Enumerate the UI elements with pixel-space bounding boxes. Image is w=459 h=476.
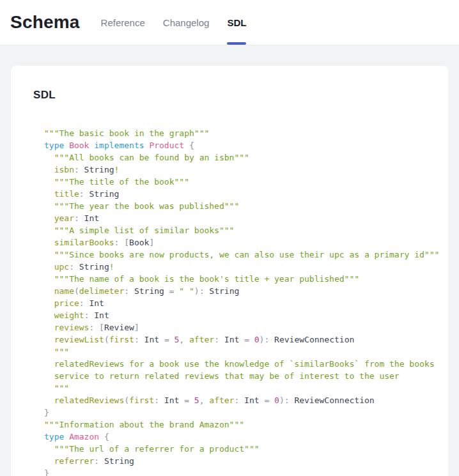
code-token: Int	[239, 395, 264, 405]
code-token	[169, 335, 175, 344]
code-token	[44, 298, 54, 308]
code-token: """	[54, 347, 69, 357]
code-token: :	[124, 286, 129, 296]
code-token: """The title of the book"""	[54, 177, 189, 187]
code-token: type	[44, 141, 64, 150]
code-token	[99, 432, 104, 441]
code-token: =	[184, 395, 189, 405]
code-token: =	[169, 286, 175, 296]
code-token: :	[134, 335, 139, 344]
code-token: """Information about the brand Amazon"""	[44, 420, 244, 429]
code-token: Int	[219, 335, 244, 344]
code-line: name(delimeter: String = " "): String	[44, 285, 426, 297]
code-token	[189, 395, 194, 405]
code-token	[44, 359, 54, 369]
code-token: ,	[179, 335, 184, 344]
code-token: """Since books are now products, we can …	[54, 250, 440, 259]
page-title: Schema	[10, 12, 80, 33]
code-token: """All books can be found by an isbn"""	[54, 153, 249, 162]
code-token: (	[74, 286, 79, 296]
code-token: weight	[54, 311, 84, 320]
code-line: """	[44, 382, 426, 394]
code-line: """The basic book in the graph"""	[44, 127, 426, 139]
code-token: ReviewConnection	[290, 395, 375, 405]
code-token: :	[94, 456, 99, 466]
code-token: ):	[279, 395, 290, 405]
code-line: """All books can be found by an isbn"""	[44, 151, 426, 164]
code-line: upc: String!	[44, 261, 426, 273]
code-token	[184, 141, 189, 150]
tab-reference-label: Reference	[101, 17, 145, 28]
code-token: " "	[179, 286, 194, 296]
code-token	[44, 286, 54, 296]
code-token: Int	[89, 311, 109, 320]
code-token: after	[209, 395, 234, 405]
code-token: String	[84, 189, 120, 199]
code-token: """A simple list of similar books"""	[54, 226, 235, 235]
code-token: Book	[69, 141, 89, 150]
code-token	[44, 311, 54, 320]
code-token	[44, 444, 54, 454]
code-token	[44, 383, 54, 393]
code-token: String	[74, 262, 109, 272]
code-token	[44, 250, 54, 259]
code-token: upc	[54, 262, 69, 272]
code-line: """	[44, 346, 426, 358]
code-token	[44, 213, 54, 223]
code-token: Book	[129, 238, 149, 247]
code-token: """The url of a referrer for a product""…	[54, 444, 260, 454]
code-token: year	[54, 213, 74, 223]
code-token: reviews	[54, 323, 89, 332]
page-header: Schema Reference Changelog SDL	[0, 0, 459, 45]
code-token	[64, 432, 69, 441]
code-token: after	[189, 335, 214, 344]
code-token: Int	[84, 298, 104, 308]
sdl-code-block: """The basic book in the graph"""type Bo…	[33, 127, 426, 476]
code-line: type Book implements Product {	[44, 139, 426, 151]
code-token	[44, 335, 54, 344]
code-token: relatedReviews for a book use the knowle…	[54, 359, 435, 369]
tab-changelog[interactable]: Changelog	[162, 0, 211, 45]
code-token: ]	[134, 323, 139, 332]
code-token: reviewList	[54, 335, 104, 344]
tab-reference[interactable]: Reference	[100, 0, 146, 45]
code-token: type	[44, 432, 64, 441]
code-token	[64, 141, 69, 150]
code-token: name	[54, 286, 74, 296]
code-line: service to return related reviews that m…	[44, 370, 426, 382]
tab-sdl-label: SDL	[227, 17, 246, 28]
code-token: :	[69, 262, 74, 272]
tab-sdl[interactable]: SDL	[226, 0, 247, 45]
code-line: """The title of the book"""	[44, 176, 426, 188]
code-token: Product	[149, 141, 184, 150]
code-token: :	[79, 298, 84, 308]
code-token: :	[74, 213, 79, 223]
code-token: Int	[159, 395, 184, 405]
code-token: =	[244, 335, 249, 344]
code-token	[249, 335, 254, 344]
code-line: reviewList(first: Int = 5, after: Int = …	[44, 334, 426, 346]
code-token	[44, 238, 54, 247]
code-line: similarBooks: [Book]	[44, 236, 426, 249]
code-token: relatedReviews	[54, 395, 125, 405]
code-token: :	[79, 189, 84, 199]
code-token: {	[189, 141, 194, 150]
code-line: relatedReviews(first: Int = 5, after: In…	[44, 394, 426, 406]
code-token: Review	[104, 323, 134, 332]
code-token: ):	[260, 335, 270, 344]
code-token: delimeter	[79, 286, 124, 296]
code-token: :	[214, 335, 219, 344]
code-line: """The name of a book is the book's titl…	[44, 273, 426, 285]
code-token	[44, 456, 54, 466]
code-token	[44, 165, 54, 174]
code-token: {	[104, 432, 109, 441]
code-line: type Amazon {	[44, 431, 426, 443]
code-token	[44, 201, 54, 211]
code-token: =	[164, 335, 169, 344]
code-token: implements	[94, 141, 144, 150]
code-line: """Information about the brand Amazon"""	[44, 418, 426, 431]
code-token: similarBooks	[54, 238, 114, 247]
code-token: }	[44, 468, 49, 476]
code-token: first	[129, 395, 154, 405]
code-token: """The basic book in the graph"""	[44, 128, 209, 138]
